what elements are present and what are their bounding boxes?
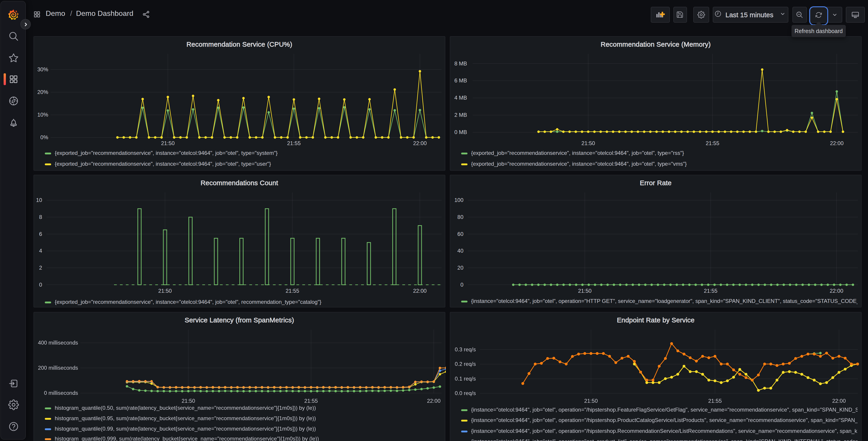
svg-text:0.0 req/s: 0.0 req/s [455, 390, 476, 396]
svg-text:4: 4 [39, 247, 42, 254]
svg-text:2 MB: 2 MB [454, 112, 467, 118]
svg-text:21:55: 21:55 [285, 288, 299, 294]
svg-text:21:55: 21:55 [706, 140, 719, 146]
svg-text:8: 8 [39, 214, 42, 220]
svg-text:21:55: 21:55 [704, 288, 717, 294]
svg-text:6 MB: 6 MB [454, 78, 467, 84]
svg-text:22:00: 22:00 [830, 288, 843, 294]
svg-text:0 milliseconds: 0 milliseconds [44, 390, 78, 396]
svg-text:21:50: 21:50 [158, 288, 172, 294]
svg-text:22:00: 22:00 [413, 288, 426, 294]
svg-text:21:55: 21:55 [304, 398, 318, 404]
svg-text:22:00: 22:00 [830, 140, 843, 146]
svg-text:80: 80 [457, 214, 463, 220]
svg-text:0.2 req/s: 0.2 req/s [455, 361, 476, 367]
svg-text:10: 10 [36, 197, 42, 203]
svg-text:0 MB: 0 MB [454, 129, 467, 135]
svg-text:60: 60 [457, 231, 463, 237]
svg-text:6: 6 [39, 231, 42, 237]
svg-text:22:00: 22:00 [832, 398, 846, 404]
svg-text:0.3 req/s: 0.3 req/s [455, 346, 476, 352]
svg-text:400 milliseconds: 400 milliseconds [38, 340, 78, 346]
svg-text:20: 20 [457, 264, 463, 270]
svg-text:0: 0 [39, 282, 42, 288]
svg-text:21:50: 21:50 [161, 140, 175, 146]
svg-text:2: 2 [39, 264, 42, 270]
svg-text:0%: 0% [40, 134, 48, 140]
svg-text:4 MB: 4 MB [454, 95, 467, 101]
svg-text:30%: 30% [37, 66, 48, 72]
svg-text:200 milliseconds: 200 milliseconds [38, 365, 78, 371]
svg-text:21:50: 21:50 [578, 288, 591, 294]
svg-text:21:50: 21:50 [581, 140, 595, 146]
svg-text:40: 40 [457, 247, 463, 254]
svg-text:22:00: 22:00 [427, 398, 440, 404]
svg-text:20%: 20% [37, 89, 48, 95]
svg-text:0: 0 [460, 282, 463, 288]
svg-text:21:55: 21:55 [287, 140, 301, 146]
svg-text:10%: 10% [37, 112, 48, 118]
svg-text:21:55: 21:55 [708, 398, 722, 404]
svg-text:100: 100 [454, 197, 463, 203]
svg-text:21:50: 21:50 [584, 398, 598, 404]
svg-text:8 MB: 8 MB [454, 60, 467, 66]
svg-text:0.1 req/s: 0.1 req/s [455, 376, 476, 382]
svg-text:21:50: 21:50 [181, 398, 195, 404]
svg-text:22:00: 22:00 [413, 140, 427, 146]
